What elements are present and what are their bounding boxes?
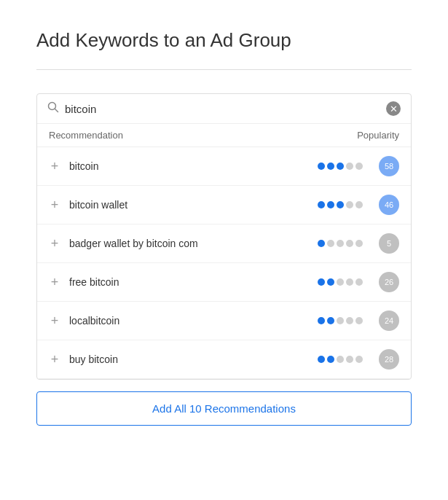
- keyword-row: +bitcoin58: [37, 147, 411, 186]
- search-input[interactable]: [65, 103, 380, 115]
- keyword-row: +free bitcoin26: [37, 263, 411, 302]
- keyword-label: badger wallet by bitcoin com: [69, 238, 309, 249]
- keyword-list: +bitcoin58+bitcoin wallet46+badger walle…: [37, 147, 411, 379]
- table-header: Recommendation Popularity: [37, 124, 411, 147]
- popularity-badge: 46: [379, 195, 399, 215]
- keyword-label: free bitcoin: [69, 276, 309, 288]
- search-row: ✕: [37, 94, 411, 124]
- clear-search-button[interactable]: ✕: [386, 101, 401, 116]
- col-recommendation-label: Recommendation: [49, 130, 123, 141]
- keyword-row: +localbitcoin24: [37, 302, 411, 340]
- add-keyword-icon[interactable]: +: [49, 198, 60, 211]
- keyword-row: +badger wallet by bitcoin com5: [37, 224, 411, 263]
- add-keyword-icon[interactable]: +: [49, 353, 60, 366]
- keyword-label: bitcoin: [69, 160, 309, 172]
- popularity-badge: 5: [379, 233, 399, 254]
- keyword-card: ✕ Recommendation Popularity +bitcoin58+b…: [36, 93, 412, 380]
- popularity-dots: [318, 201, 363, 208]
- divider: [36, 69, 412, 70]
- add-all-button[interactable]: Add All 10 Recommendations: [36, 391, 412, 426]
- popularity-dots: [318, 356, 363, 363]
- page-title: Add Keywords to an Ad Group: [36, 29, 412, 52]
- keyword-label: localbitcoin: [69, 315, 309, 327]
- popularity-badge: 28: [379, 349, 399, 370]
- popularity-dots: [318, 278, 363, 286]
- popularity-dots: [318, 163, 363, 170]
- popularity-dots: [318, 317, 363, 324]
- svg-line-1: [55, 109, 58, 112]
- keyword-label: buy bitcoin: [69, 353, 309, 365]
- add-keyword-icon[interactable]: +: [49, 237, 60, 250]
- add-keyword-icon[interactable]: +: [49, 276, 60, 289]
- popularity-badge: 24: [379, 310, 399, 331]
- keyword-row: +bitcoin wallet46: [37, 186, 411, 224]
- popularity-badge: 58: [379, 156, 399, 176]
- popularity-badge: 26: [379, 272, 399, 292]
- add-keyword-icon[interactable]: +: [49, 314, 60, 327]
- col-popularity-label: Popularity: [357, 130, 399, 141]
- keyword-row: +buy bitcoin28: [37, 340, 411, 379]
- add-keyword-icon[interactable]: +: [49, 160, 60, 173]
- search-icon: [47, 101, 59, 116]
- popularity-dots: [318, 240, 363, 247]
- keyword-label: bitcoin wallet: [69, 199, 309, 211]
